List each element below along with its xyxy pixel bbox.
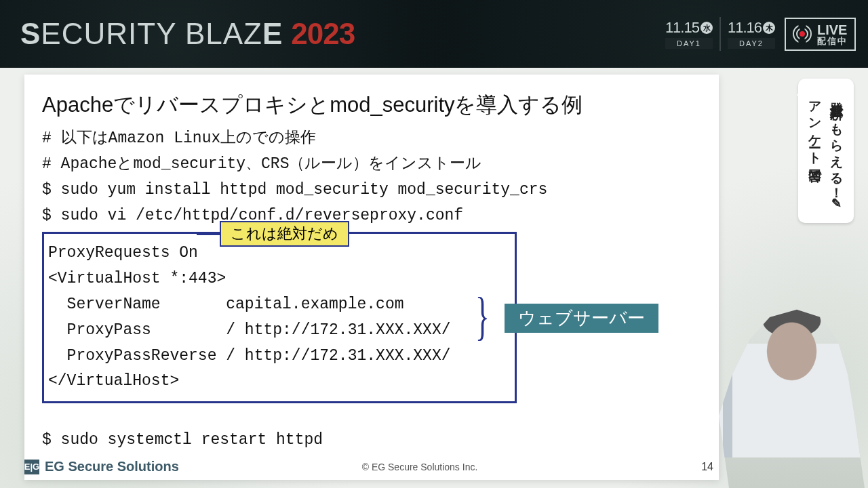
survey-line-2: 登壇資料がもらえる！✎ [828, 92, 846, 211]
config-box: ProxyRequests On <VirtualHost *:443> Ser… [42, 232, 517, 404]
live-main: LIVE [817, 22, 847, 37]
date-text: 11.15 [665, 19, 699, 37]
command-block: # 以下はAmazon Linux上のでの操作 # Apacheとmod_sec… [42, 126, 701, 229]
slide-footer: E|G EG Secure Solutions © EG Secure Solu… [24, 459, 719, 474]
header-right: 11.15 水 DAY1 11.16 木 DAY2 LIVE 配信中 [665, 17, 856, 51]
event-name: SECURITY BLAZE [20, 17, 283, 51]
day-date: 11.16 木 [728, 19, 775, 37]
live-text: LIVE 配信中 [817, 23, 848, 45]
slide-title: Apacheでリバースプロキシとmod_securityを導入する例 [42, 91, 701, 119]
restart-command: $ sudo systemctl restart httpd [42, 428, 701, 453]
date-text: 11.16 [728, 19, 762, 37]
copyright: © EG Secure Solutions Inc. [362, 462, 478, 472]
survey-line-1: アンケート回答で [806, 92, 824, 211]
event-header: SECURITY BLAZE 2023 11.15 水 DAY1 11.16 木… [0, 0, 868, 68]
pencil-icon: ✎ [831, 196, 843, 211]
company-logo: E|G EG Secure Solutions [24, 459, 179, 474]
day-group: 11.15 水 DAY1 11.16 木 DAY2 [665, 17, 775, 51]
day-separator [719, 17, 721, 51]
day-2: 11.16 木 DAY2 [728, 19, 775, 49]
survey-callout: アンケート回答で 登壇資料がもらえる！✎ [798, 79, 854, 223]
company-name: EG Secure Solutions [45, 459, 179, 474]
company-logo-box: E|G [24, 460, 39, 474]
event-title: SECURITY BLAZE 2023 [20, 17, 355, 51]
live-badge: LIVE 配信中 [785, 18, 856, 51]
day-label: DAY1 [665, 38, 713, 49]
event-name-part: S [20, 17, 41, 50]
event-name-part: E [262, 17, 283, 50]
event-year: 2023 [291, 17, 355, 51]
day-label: DAY2 [728, 38, 775, 49]
config-wrapper: これは絶対だめ ProxyRequests On <VirtualHost *:… [42, 232, 701, 404]
live-sub: 配信中 [817, 37, 848, 45]
callout-bad: これは絶対だめ [220, 221, 349, 247]
presentation-slide: Apacheでリバースプロキシとmod_securityを導入する例 # 以下は… [24, 75, 719, 480]
callout-webserver: ウェブサーバー [505, 304, 658, 333]
dow-badge: 木 [763, 22, 775, 34]
day-date: 11.15 水 [665, 19, 713, 37]
event-name-part: ECURITY BLAZ [41, 17, 262, 50]
dow-badge: 水 [701, 22, 713, 34]
day-1: 11.15 水 DAY1 [665, 19, 713, 49]
page-number: 14 [701, 461, 713, 473]
speaker-video [698, 298, 868, 488]
brace-icon: } [475, 286, 490, 348]
broadcast-icon [793, 27, 812, 41]
